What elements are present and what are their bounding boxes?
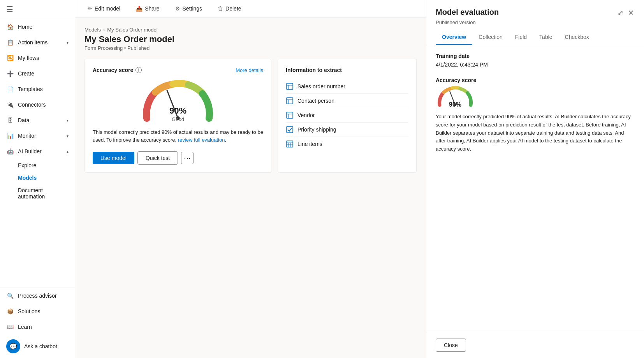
more-options-button[interactable]: ⋯: [181, 152, 194, 164]
tab-field[interactable]: Field: [509, 30, 533, 45]
sidebar-item-data[interactable]: 🗄 Data ▾: [0, 112, 75, 128]
gauge-percent: 90%: [169, 106, 187, 116]
sidebar-item-monitor[interactable]: 📊 Monitor ▾: [0, 128, 75, 144]
small-gauge-chart: 90%: [436, 86, 475, 108]
sidebar-sub-item-label: Models: [18, 175, 37, 181]
sidebar-item-process-advisor[interactable]: 🔍 Process advisor: [0, 288, 75, 304]
settings-label: Settings: [183, 5, 202, 12]
gauge-label: 90% Good: [169, 106, 187, 122]
expand-icon: ⤢: [618, 9, 623, 17]
delete-icon: 🗑: [218, 5, 223, 12]
settings-button[interactable]: ⚙ Settings: [172, 4, 206, 13]
chevron-up-icon: ▴: [67, 149, 69, 154]
list-item: Sales order number: [286, 79, 408, 94]
tab-overview[interactable]: Overview: [436, 30, 472, 45]
eval-title-row: Model evaluation ⤢ ✕: [436, 8, 635, 18]
sidebar-item-label: Data: [18, 117, 30, 123]
eval-header-buttons: ⤢ ✕: [617, 8, 635, 18]
info-item-label: Line items: [297, 141, 322, 147]
quick-test-button[interactable]: Quick test: [137, 151, 178, 165]
sidebar-sub-item-document-automation[interactable]: Document automation: [0, 184, 75, 203]
connectors-icon: 🔌: [6, 101, 14, 109]
breadcrumb: Models › My Sales Order model: [84, 27, 417, 33]
training-date-section: Training date 4/1/2022, 6:43:24 PM: [436, 53, 635, 68]
toolbar: ✏ Edit model 📤 Share ⚙ Settings 🗑 Delete: [75, 0, 426, 18]
gauge-rating: Good: [172, 116, 184, 122]
gauge-chart: 90% Good: [139, 79, 217, 122]
home-icon: 🏠: [6, 23, 14, 31]
breadcrumb-current: My Sales Order model: [107, 27, 157, 33]
info-item-label: Contact person: [297, 98, 334, 104]
table-icon: [286, 97, 294, 105]
more-icon: ⋯: [184, 154, 191, 162]
process-advisor-icon: 🔍: [6, 292, 14, 300]
sidebar-item-label: Home: [18, 24, 32, 30]
close-button[interactable]: Close: [436, 339, 466, 352]
info-item-label: Sales order number: [297, 83, 345, 90]
accuracy-score-label: Accuracy score: [436, 77, 635, 83]
monitor-icon: 📊: [6, 132, 14, 140]
training-date-label: Training date: [436, 53, 635, 59]
small-gauge-container: 90%: [436, 86, 635, 108]
sidebar-item-label: Action items: [18, 39, 48, 46]
delete-button[interactable]: 🗑 Delete: [215, 4, 244, 13]
eval-title: Model evaluation: [436, 8, 499, 17]
sidebar-item-home[interactable]: 🏠 Home: [0, 19, 75, 35]
sidebar-item-ai-builder[interactable]: 🤖 AI Builder ▴: [0, 144, 75, 159]
grid-icon: [286, 140, 294, 148]
solutions-icon: 📦: [6, 307, 14, 315]
templates-icon: 📄: [6, 85, 14, 93]
sidebar-sub-item-label: Explore: [18, 162, 36, 168]
chatbot-icon: 💬: [6, 339, 20, 353]
page-title: My Sales Order model: [84, 34, 417, 44]
card-header: Accuracy score i More details: [93, 67, 263, 73]
checkbox-icon: [286, 126, 294, 133]
tab-checkbox[interactable]: Checkbox: [559, 30, 595, 45]
page-subtitle: Form Processing • Published: [84, 45, 417, 51]
eval-footer: Close: [426, 332, 644, 358]
chatbot-button[interactable]: 💬 Ask a chatbot: [0, 335, 75, 358]
sidebar-item-learn[interactable]: 📖 Learn: [0, 319, 75, 335]
close-icon: ✕: [628, 9, 634, 17]
sidebar-item-create[interactable]: ➕ Create: [0, 66, 75, 81]
edit-model-button[interactable]: ✏ Edit model: [84, 4, 123, 13]
sidebar-item-label: Templates: [18, 86, 43, 92]
sidebar-sub-item-models[interactable]: Models: [0, 172, 75, 184]
share-icon: 📤: [136, 5, 143, 12]
sidebar-item-label: AI Builder: [18, 148, 42, 154]
use-model-button[interactable]: Use model: [93, 152, 134, 164]
info-icon[interactable]: i: [135, 67, 142, 73]
sidebar-item-templates[interactable]: 📄 Templates: [0, 81, 75, 97]
more-details-link[interactable]: More details: [236, 67, 263, 73]
training-date-value: 4/1/2022, 6:43:24 PM: [436, 61, 635, 68]
sidebar-item-solutions[interactable]: 📦 Solutions: [0, 304, 75, 319]
gauge-container: 90% Good: [93, 79, 263, 122]
sidebar-sub-item-explore[interactable]: Explore: [0, 159, 75, 172]
create-icon: ➕: [6, 70, 14, 77]
expand-button[interactable]: ⤢: [617, 8, 624, 18]
list-item: Contact person: [286, 94, 408, 108]
list-item: Vendor: [286, 108, 408, 123]
sidebar-item-label: Create: [18, 70, 34, 77]
sidebar-item-my-flows[interactable]: 🔁 My flows: [0, 50, 75, 66]
sidebar-item-action-items[interactable]: 📋 Action items ▾: [0, 35, 75, 50]
chevron-down-icon: ▾: [67, 40, 69, 45]
list-item: Priority shipping: [286, 123, 408, 137]
card-title: Accuracy score i: [93, 67, 142, 73]
chevron-down-icon: ▾: [67, 118, 69, 123]
sidebar-item-connectors[interactable]: 🔌 Connectors: [0, 97, 75, 112]
data-icon: 🗄: [6, 116, 14, 124]
breadcrumb-parent[interactable]: Models: [84, 27, 101, 33]
sidebar-item-label: Monitor: [18, 133, 36, 139]
share-button[interactable]: 📤 Share: [133, 4, 162, 13]
tab-collection[interactable]: Collection: [472, 30, 509, 45]
info-item-label: Vendor: [297, 112, 315, 118]
review-evaluation-link[interactable]: review full evaluation: [178, 137, 225, 143]
learn-icon: 📖: [6, 323, 14, 331]
info-extract-card: Information to extract Sales order numbe…: [278, 59, 417, 173]
hamburger-button[interactable]: ☰: [6, 5, 13, 14]
close-panel-button[interactable]: ✕: [627, 8, 635, 18]
info-item-label: Priority shipping: [297, 126, 336, 133]
tab-table[interactable]: Table: [533, 30, 558, 45]
sidebar-item-label: Learn: [18, 324, 32, 330]
